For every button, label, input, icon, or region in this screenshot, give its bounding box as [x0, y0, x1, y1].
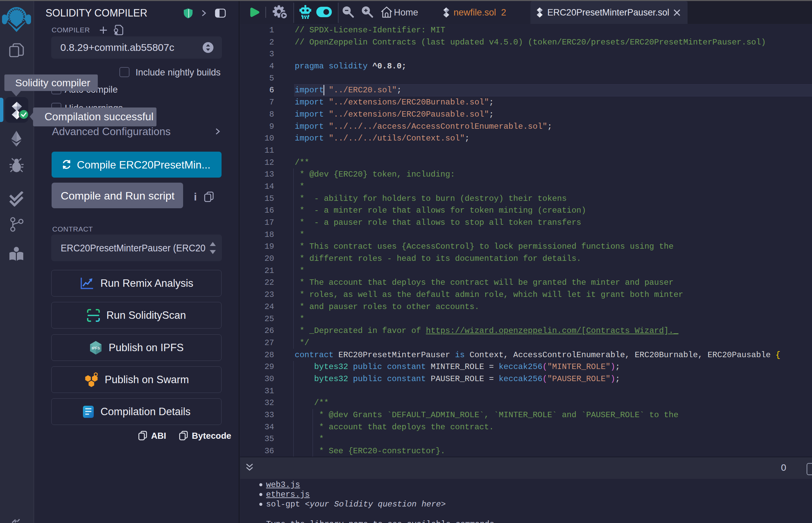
svg-text:IPFS: IPFS	[92, 346, 100, 350]
